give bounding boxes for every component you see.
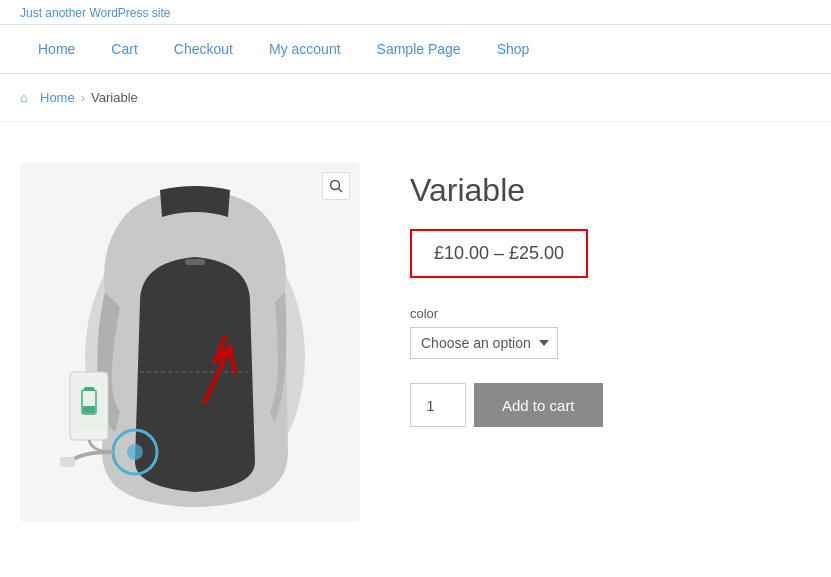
zoom-icon[interactable] bbox=[322, 172, 350, 200]
product-image-wrap bbox=[20, 162, 360, 522]
product-price: £10.00 – £25.00 bbox=[410, 229, 588, 278]
color-select[interactable]: Choose an option bbox=[410, 327, 558, 359]
variation-select-wrap: Choose an option bbox=[410, 327, 811, 359]
breadcrumb-current: Variable bbox=[91, 90, 138, 105]
product-info: Variable £10.00 – £25.00 color Choose an… bbox=[410, 162, 811, 522]
breadcrumb: ⌂ Home › Variable bbox=[0, 74, 831, 122]
nav-checkout[interactable]: Checkout bbox=[156, 25, 251, 73]
nav-my-account[interactable]: My account bbox=[251, 25, 359, 73]
quantity-input[interactable] bbox=[410, 383, 466, 427]
breadcrumb-separator: › bbox=[81, 90, 85, 105]
nav-cart[interactable]: Cart bbox=[93, 25, 155, 73]
svg-point-3 bbox=[127, 444, 143, 460]
product-area: Variable £10.00 – £25.00 color Choose an… bbox=[0, 122, 831, 552]
svg-rect-10 bbox=[185, 259, 205, 265]
svg-point-11 bbox=[331, 181, 340, 190]
nav-shop[interactable]: Shop bbox=[479, 25, 548, 73]
product-illustration bbox=[40, 172, 340, 512]
add-to-cart-button[interactable]: Add to cart bbox=[474, 383, 603, 427]
variation-label: color bbox=[410, 306, 811, 321]
site-tagline: Just another WordPress site bbox=[0, 0, 831, 24]
main-nav: Home Cart Checkout My account Sample Pag… bbox=[0, 24, 831, 74]
nav-sample-page[interactable]: Sample Page bbox=[359, 25, 479, 73]
add-to-cart-row: Add to cart bbox=[410, 383, 811, 427]
product-title: Variable bbox=[410, 172, 811, 209]
nav-home[interactable]: Home bbox=[20, 25, 93, 73]
svg-rect-6 bbox=[73, 377, 105, 427]
svg-rect-8 bbox=[84, 387, 94, 391]
svg-line-12 bbox=[339, 189, 343, 193]
home-icon: ⌂ bbox=[20, 91, 34, 105]
svg-rect-9 bbox=[83, 406, 95, 413]
svg-rect-4 bbox=[60, 457, 75, 467]
breadcrumb-home[interactable]: Home bbox=[40, 90, 75, 105]
product-image bbox=[20, 162, 360, 522]
